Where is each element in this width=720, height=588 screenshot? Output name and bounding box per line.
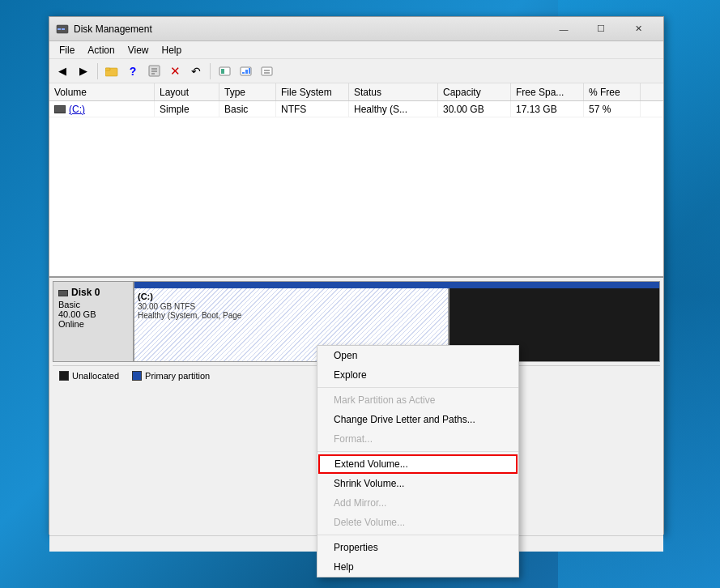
window-title: Disk Management <box>74 23 545 35</box>
col-header-filesystem[interactable]: File System <box>276 83 349 100</box>
back-button[interactable]: ◀ <box>53 62 72 81</box>
cell-capacity: 30.00 GB <box>438 101 511 117</box>
svg-rect-12 <box>242 72 245 74</box>
col-header-capacity[interactable]: Capacity <box>438 83 511 100</box>
col-header-layout[interactable]: Layout <box>155 83 219 100</box>
disk-small-icon <box>54 105 66 113</box>
partition-c-label: (C:) <box>138 292 445 301</box>
minimize-button[interactable]: — <box>545 17 582 41</box>
menu-help[interactable]: Help <box>156 43 189 58</box>
ctx-explore[interactable]: Explore <box>317 365 518 385</box>
context-menu: Open Explore Mark Partition as Active Ch… <box>317 345 519 577</box>
cell-volume: (C:) <box>49 101 155 117</box>
ctx-extend-volume[interactable]: Extend Volume... <box>318 454 518 474</box>
toolbar-btn-10[interactable] <box>257 62 276 81</box>
ctx-open[interactable]: Open <box>317 346 518 365</box>
toolbar-btn-8[interactable] <box>215 62 234 81</box>
cell-type: Basic <box>219 101 276 117</box>
ctx-sep-2 <box>317 451 518 452</box>
col-header-type[interactable]: Type <box>219 83 276 100</box>
disk-label-0: Disk 0 Basic 40.00 GB Online <box>53 282 134 361</box>
separator-1 <box>97 63 98 79</box>
maximize-button[interactable]: ☐ <box>582 17 620 41</box>
cell-filesystem: NTFS <box>276 101 349 117</box>
close-button[interactable]: ✕ <box>620 17 657 41</box>
legend-label-unallocated: Unallocated <box>72 371 119 381</box>
forward-button[interactable]: ▶ <box>74 62 93 81</box>
ctx-delete-volume: Delete Volume... <box>317 513 518 532</box>
col-header-volume[interactable]: Volume <box>49 83 155 100</box>
disk-name: Disk 0 <box>71 287 100 298</box>
ctx-help[interactable]: Help <box>317 557 518 577</box>
separator-2 <box>210 63 211 79</box>
svg-rect-9 <box>219 67 230 75</box>
volume-list: Volume Layout Type File System Status Ca… <box>49 83 663 278</box>
ctx-sep-3 <box>317 535 518 535</box>
delete-button[interactable]: ✕ <box>165 62 185 81</box>
svg-rect-14 <box>249 68 250 74</box>
disk-top-bar <box>134 282 659 288</box>
window-controls: — ☐ ✕ <box>545 17 657 41</box>
disk-type: Basic <box>58 300 128 309</box>
col-header-freespace[interactable]: Free Spa... <box>511 83 584 100</box>
window-icon <box>56 23 69 36</box>
legend-box-primary <box>132 371 142 381</box>
title-bar: Disk Management — ☐ ✕ <box>49 17 663 41</box>
cell-status: Healthy (S... <box>349 101 438 117</box>
properties-button[interactable] <box>144 62 164 81</box>
toolbar: ◀ ▶ ? ✕ ↶ <box>49 59 663 83</box>
col-header-pctfree[interactable]: % Free <box>584 83 641 100</box>
ctx-shrink-volume[interactable]: Shrink Volume... <box>317 474 518 493</box>
svg-rect-1 <box>58 28 61 30</box>
ctx-format: Format... <box>317 429 518 449</box>
ctx-change-letter[interactable]: Change Drive Letter and Paths... <box>317 410 518 429</box>
drive-letter[interactable]: (C:) <box>69 104 85 115</box>
ctx-mark-active: Mark Partition as Active <box>317 390 518 410</box>
svg-rect-13 <box>245 70 248 74</box>
legend-unallocated: Unallocated <box>59 371 119 381</box>
disk-name-row: Disk 0 <box>58 287 128 300</box>
partition-c-size: 30.00 GB NTFS <box>138 302 445 311</box>
cell-layout: Simple <box>155 101 219 117</box>
ctx-add-mirror: Add Mirror... <box>317 493 518 513</box>
svg-rect-10 <box>221 69 224 74</box>
undo-button[interactable]: ↶ <box>186 62 206 81</box>
table-row[interactable]: (C:) Simple Basic NTFS Healthy (S... 30.… <box>49 101 663 117</box>
disk-status: Online <box>58 319 128 329</box>
menu-view[interactable]: View <box>121 43 156 58</box>
folder-button[interactable] <box>102 62 121 81</box>
col-header-status[interactable]: Status <box>349 83 438 100</box>
disk-size: 40.00 GB <box>58 309 128 319</box>
menu-file[interactable]: File <box>53 43 81 58</box>
legend-box-unallocated <box>59 371 69 381</box>
cell-freespace: 17.13 GB <box>511 101 584 117</box>
disk-icon <box>58 290 68 296</box>
disk-management-window: Disk Management — ☐ ✕ File Action View H… <box>49 16 664 535</box>
svg-rect-15 <box>262 67 272 75</box>
menu-bar: File Action View Help <box>49 41 663 59</box>
legend-primary: Primary partition <box>132 371 210 381</box>
cell-pctfree: 57 % <box>584 101 641 117</box>
svg-rect-2 <box>62 28 65 30</box>
ctx-properties[interactable]: Properties <box>317 538 518 557</box>
legend-label-primary: Primary partition <box>145 371 210 381</box>
toolbar-btn-9[interactable] <box>236 62 255 81</box>
svg-rect-4 <box>105 68 110 70</box>
partition-c-status: Healthy (System, Boot, Page <box>138 311 445 320</box>
ctx-sep-1 <box>317 387 518 388</box>
list-header: Volume Layout Type File System Status Ca… <box>49 83 663 101</box>
menu-action[interactable]: Action <box>81 43 121 58</box>
help-button[interactable]: ? <box>123 62 143 81</box>
